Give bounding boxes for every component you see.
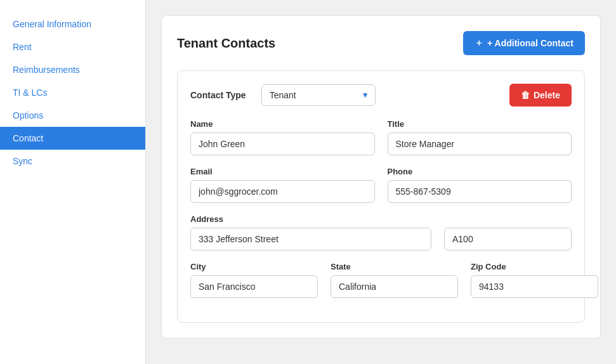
tenant-contacts-card: Tenant Contacts ＋ + Additional Contact C… bbox=[161, 15, 601, 339]
sidebar-item-options[interactable]: Options bbox=[0, 104, 145, 127]
zip-group: Zip Code bbox=[471, 262, 598, 298]
contact-section: Contact Type TenantLandlordProperty Mana… bbox=[177, 70, 585, 323]
state-group: State bbox=[331, 262, 458, 298]
sidebar-item-rent[interactable]: Rent bbox=[0, 36, 145, 58]
name-label: Name bbox=[190, 119, 375, 129]
zip-input[interactable] bbox=[471, 275, 598, 298]
apt-group bbox=[444, 214, 572, 250]
phone-group: Phone bbox=[388, 167, 572, 203]
email-label: Email bbox=[190, 167, 375, 176]
city-input[interactable] bbox=[190, 275, 318, 298]
sidebar: General InformationRentReimbursementsTI … bbox=[0, 0, 146, 364]
contact-type-label: Contact Type bbox=[190, 90, 246, 100]
address-input[interactable] bbox=[190, 228, 431, 250]
trash-icon: 🗑 bbox=[521, 90, 530, 100]
email-group: Email bbox=[190, 167, 375, 203]
state-input[interactable] bbox=[331, 275, 458, 298]
name-input[interactable] bbox=[190, 133, 375, 155]
city-label: City bbox=[190, 262, 318, 271]
phone-input[interactable] bbox=[388, 180, 572, 203]
contact-type-select-wrapper: TenantLandlordProperty ManagerOther ▼ bbox=[261, 84, 376, 106]
contact-type-wrapper: Contact Type TenantLandlordProperty Mana… bbox=[190, 84, 376, 106]
sidebar-item-contact[interactable]: Contact bbox=[0, 127, 145, 150]
apt-input[interactable] bbox=[444, 228, 572, 250]
address-label: Address bbox=[190, 214, 431, 224]
card-header: Tenant Contacts ＋ + Additional Contact bbox=[177, 31, 585, 55]
name-title-row: Name Title bbox=[190, 119, 572, 155]
title-group: Title bbox=[388, 119, 572, 155]
title-input[interactable] bbox=[388, 133, 572, 155]
delete-label: Delete bbox=[534, 90, 560, 100]
plus-icon: ＋ bbox=[475, 37, 483, 49]
page-title: Tenant Contacts bbox=[177, 36, 275, 51]
title-label: Title bbox=[388, 119, 572, 129]
zip-label: Zip Code bbox=[471, 262, 598, 271]
sidebar-item-general-information[interactable]: General Information bbox=[0, 13, 145, 36]
state-label: State bbox=[331, 262, 458, 271]
additional-contact-label: + Additional Contact bbox=[487, 38, 573, 48]
additional-contact-button[interactable]: ＋ + Additional Contact bbox=[463, 31, 585, 55]
city-group: City bbox=[190, 262, 318, 298]
email-phone-row: Email Phone bbox=[190, 167, 572, 203]
delete-button[interactable]: 🗑 Delete bbox=[509, 84, 572, 107]
name-group: Name bbox=[190, 119, 375, 155]
sidebar-item-sync[interactable]: Sync bbox=[0, 150, 145, 172]
sidebar-item-ti-lcs[interactable]: TI & LCs bbox=[0, 81, 145, 104]
phone-label: Phone bbox=[388, 167, 572, 176]
contact-type-row: Contact Type TenantLandlordProperty Mana… bbox=[190, 84, 572, 107]
main-content: Tenant Contacts ＋ + Additional Contact C… bbox=[146, 0, 616, 364]
email-input[interactable] bbox=[190, 180, 375, 203]
contact-type-select[interactable]: TenantLandlordProperty ManagerOther bbox=[261, 84, 376, 106]
sidebar-item-reimbursements[interactable]: Reimbursements bbox=[0, 58, 145, 81]
city-state-zip-row: City State Zip Code bbox=[190, 262, 572, 298]
address-row: Address bbox=[190, 214, 572, 250]
address-group: Address bbox=[190, 214, 431, 250]
apt-label bbox=[444, 214, 572, 224]
